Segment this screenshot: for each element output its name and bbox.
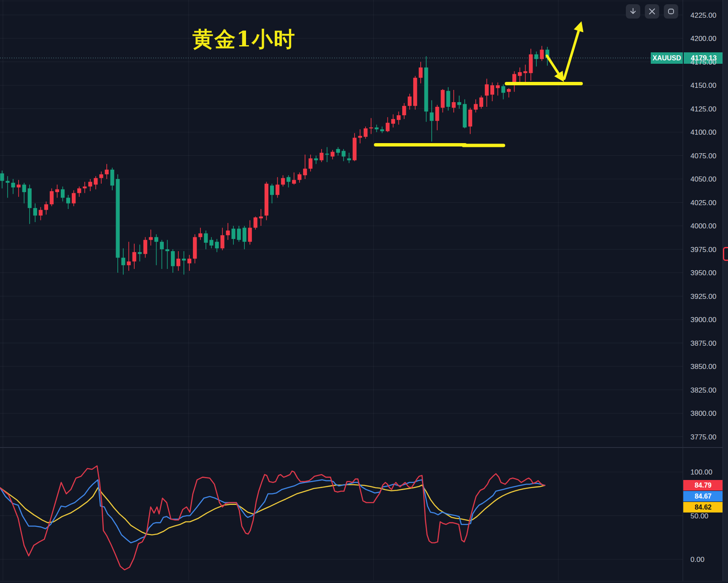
candle-body (364, 128, 368, 137)
candle-body (83, 187, 87, 188)
candle-body (391, 119, 395, 124)
candle-body (490, 85, 494, 95)
candle-body (50, 191, 54, 204)
kdj-line-D (0, 485, 545, 535)
maximize-icon (667, 7, 675, 16)
candle-body (430, 112, 433, 121)
indicator-axis-label: 50.00 (690, 512, 726, 520)
candle-body (358, 136, 362, 138)
pullback-down-arrow (547, 56, 560, 76)
candle-body (127, 261, 131, 265)
candle-body (110, 170, 114, 186)
price-axis-label: 3900.00 (690, 316, 726, 324)
price-axis-label: 4075.00 (690, 152, 726, 160)
candle-body (336, 149, 340, 153)
candle-body (77, 188, 81, 193)
candle-body (347, 158, 351, 160)
kdj-value-tag-red: 84.79 (683, 480, 723, 491)
arrow-down-icon (629, 7, 637, 16)
bottom-pane-border (0, 581, 728, 583)
candle-body (386, 123, 390, 131)
price-axis-label: 4100.00 (690, 128, 726, 136)
candle-body (88, 182, 92, 187)
price-axis-label: 4225.00 (690, 11, 726, 19)
yellow-drawings-layer[interactable] (376, 28, 581, 146)
candle-body (463, 104, 467, 127)
maximize-pane-button[interactable] (664, 4, 678, 19)
trading-chart-window: 黄金1小时 XAUUSD 4179.13 84.79 84.67 84.62 4… (0, 0, 728, 583)
candle-body (529, 54, 533, 73)
candle-body (193, 237, 197, 259)
candlestick-chart-canvas[interactable] (0, 0, 728, 583)
candle-body (419, 68, 422, 78)
candle-body (99, 174, 103, 178)
candle-body (303, 169, 307, 176)
indicator-axis-label: 0.00 (690, 556, 726, 564)
candle-body (474, 104, 478, 109)
candle-body (534, 54, 538, 59)
scroll-to-recent-button[interactable] (626, 4, 640, 19)
candle-body (287, 177, 290, 182)
candle-body (270, 186, 274, 195)
candle-body (342, 151, 346, 156)
candle-body (176, 259, 180, 266)
candle-body (154, 237, 158, 242)
candle-body (198, 233, 202, 237)
price-axis-label: 3825.00 (690, 386, 726, 394)
candle-body (479, 98, 483, 107)
price-axis-label: 3875.00 (690, 339, 726, 347)
candle-body (452, 102, 456, 108)
candle-body (116, 179, 119, 258)
price-axis-label: 3975.00 (690, 246, 726, 254)
candle-body (72, 193, 76, 203)
candle-body (220, 235, 224, 248)
candle-body (243, 228, 246, 241)
restore-pane-button[interactable] (645, 4, 659, 19)
price-axis-label: 4175.00 (690, 58, 726, 66)
price-axis-label: 4150.00 (690, 81, 726, 89)
collapse-icon (648, 7, 656, 16)
price-axis-label: 4125.00 (690, 105, 726, 113)
candle-body (254, 217, 257, 228)
candle-body (105, 170, 108, 174)
price-axis-label: 4000.00 (690, 222, 726, 230)
price-axis-label: 4050.00 (690, 175, 726, 183)
candle-body (160, 242, 164, 249)
pane-toolbar (626, 4, 678, 19)
candle-body (39, 210, 43, 215)
price-axis-label: 4025.00 (690, 199, 726, 207)
candle-body (402, 106, 406, 115)
price-axis-label: 3800.00 (690, 409, 726, 418)
candle-body (182, 259, 186, 260)
candle-body (149, 237, 153, 240)
candle-body (237, 229, 241, 240)
candle-body (375, 127, 379, 129)
candle-body (353, 138, 357, 160)
candle-body (55, 189, 59, 192)
chart-title: 黄金1小时 (192, 25, 296, 54)
candle-body (226, 230, 230, 235)
candle-body (44, 204, 48, 210)
candle-body (325, 154, 329, 155)
candle-body (265, 184, 268, 215)
candle-body (397, 115, 401, 120)
candle-body (457, 102, 461, 105)
candle-body (380, 129, 384, 131)
candle-body (446, 91, 450, 107)
candle-body (143, 240, 147, 254)
candle-body (122, 258, 125, 265)
bounce-up-arrow (564, 28, 579, 79)
candle-body (281, 178, 285, 185)
candle-body (413, 78, 417, 106)
indicator-axis-label: 100.00 (690, 468, 726, 476)
candle-body (309, 158, 312, 168)
candle-body (435, 107, 439, 121)
candle-body (11, 183, 15, 187)
symbol-name: XAUUSD (651, 52, 684, 64)
candle-body (319, 153, 323, 160)
kdj-value-tag-blue: 84.67 (683, 491, 723, 502)
candle-body (424, 68, 428, 111)
candle-body (540, 50, 544, 59)
candle-body (298, 174, 301, 180)
candle-body (66, 198, 70, 203)
